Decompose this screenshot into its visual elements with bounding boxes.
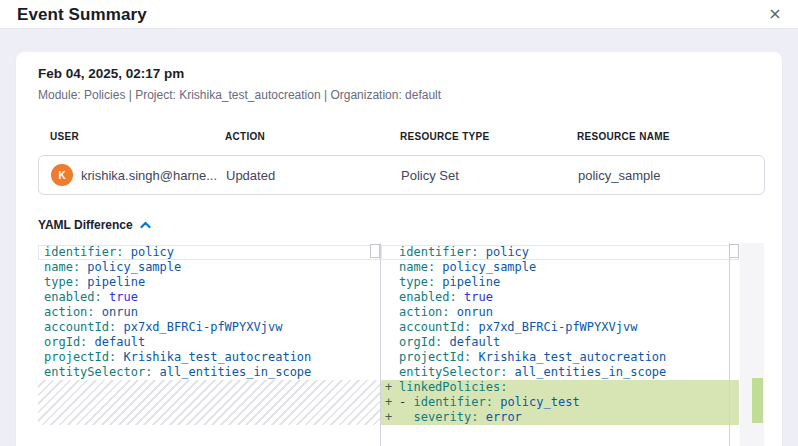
- col-header-resource-name: RESOURCE NAME: [577, 131, 753, 142]
- modal-header: Event Summary ×: [0, 0, 798, 29]
- diff-line: type: pipeline: [381, 275, 739, 290]
- yaml-difference-label: YAML Difference: [38, 218, 133, 232]
- diff-overview-ruler[interactable]: [740, 243, 764, 446]
- diff-added-line: +linkedPolicies:: [381, 380, 739, 395]
- diff-line: projectId: Krishika_test_autocreation: [38, 350, 380, 365]
- diff-line: identifier: policy: [38, 245, 380, 260]
- diff-line: name: policy_sample: [381, 260, 739, 275]
- modal-body: Feb 04, 2025, 02:17 pm Module: Policies …: [0, 29, 798, 446]
- resource-name-cell: policy_sample: [578, 168, 752, 183]
- diff-modified-pane[interactable]: identifier: policyname: policy_sampletyp…: [381, 243, 739, 446]
- resource-type-cell: Policy Set: [401, 168, 578, 183]
- close-icon[interactable]: ×: [764, 3, 786, 25]
- col-header-action: ACTION: [225, 131, 400, 142]
- yaml-diff-editor: identifier: policyname: policy_sampletyp…: [38, 243, 764, 446]
- event-timestamp: Feb 04, 2025, 02:17 pm: [38, 66, 765, 81]
- user-cell: K krishika.singh@harne...: [51, 164, 226, 186]
- table-header-row: USER ACTION RESOURCE TYPE RESOURCE NAME: [38, 131, 765, 142]
- diff-line: identifier: policy: [381, 245, 739, 260]
- event-card: Feb 04, 2025, 02:17 pm Module: Policies …: [16, 52, 782, 446]
- diff-line: name: policy_sample: [38, 260, 380, 275]
- diff-insert-marker: [752, 378, 763, 423]
- col-header-user: USER: [50, 131, 225, 142]
- right-scrollbar-thumb[interactable]: [729, 244, 739, 258]
- diff-line: projectId: Krishika_test_autocreation: [381, 350, 739, 365]
- left-scrollbar-thumb[interactable]: [370, 244, 380, 258]
- diff-add-sign: +: [385, 410, 392, 425]
- col-header-resource-type: RESOURCE TYPE: [400, 131, 577, 142]
- action-cell: Updated: [226, 168, 401, 183]
- diff-line: type: pipeline: [38, 275, 380, 290]
- diff-line: accountId: px7xd_BFRCi-pfWPYXVjvw: [381, 320, 739, 335]
- event-summary-modal: Event Summary × Feb 04, 2025, 02:17 pm M…: [0, 0, 798, 446]
- diff-add-sign: +: [385, 380, 392, 395]
- table-row: K krishika.singh@harne... Updated Policy…: [38, 155, 765, 195]
- diff-line: enabled: true: [38, 290, 380, 305]
- avatar: K: [51, 164, 73, 186]
- diff-added-line: +- identifier: policy_test: [381, 395, 739, 410]
- user-email: krishika.singh@harne...: [81, 168, 217, 183]
- diff-original-pane[interactable]: identifier: policyname: policy_sampletyp…: [38, 243, 380, 446]
- diff-splitter[interactable]: [380, 243, 381, 446]
- page-title: Event Summary: [17, 5, 147, 25]
- chevron-up-icon[interactable]: [140, 221, 151, 229]
- diff-line: enabled: true: [381, 290, 739, 305]
- diff-right-scrollbar-border: [729, 243, 730, 446]
- diff-line: action: onrun: [381, 305, 739, 320]
- diff-line: orgId: default: [38, 335, 380, 350]
- diff-line: action: onrun: [38, 305, 380, 320]
- diff-added-line: + severity: error: [381, 410, 739, 425]
- yaml-difference-header: YAML Difference: [38, 218, 765, 232]
- diff-line: orgId: default: [381, 335, 739, 350]
- diff-add-sign: +: [385, 395, 392, 410]
- diff-line: accountId: px7xd_BFRCi-pfWPYXVjvw: [38, 320, 380, 335]
- diff-missing-lines-hatch: [38, 380, 380, 425]
- diff-line: entitySelector: all_entities_in_scope: [38, 365, 380, 380]
- diff-line: entitySelector: all_entities_in_scope: [381, 365, 739, 380]
- event-meta: Module: Policies | Project: Krishika_tes…: [38, 88, 765, 102]
